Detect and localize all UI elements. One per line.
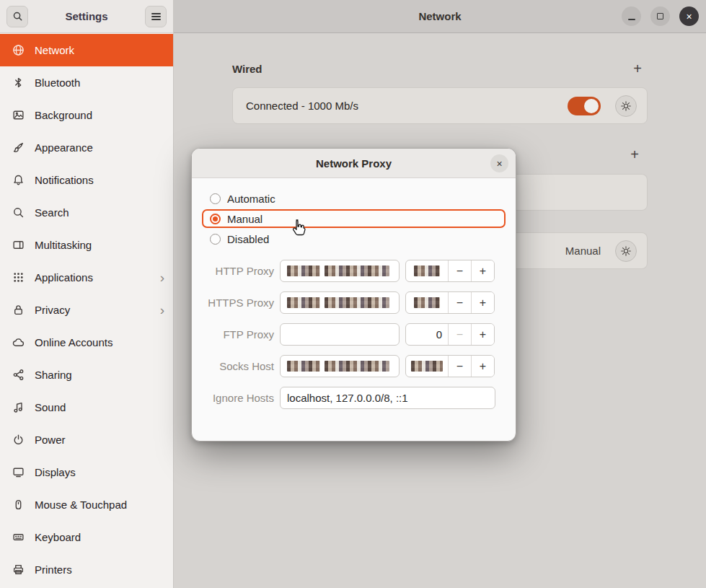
add-vpn-button[interactable]: + [625, 144, 645, 164]
ignore-hosts-input[interactable]: localhost, 127.0.0.0/8, ::1 [280, 387, 495, 409]
sidebar-item-appearance[interactable]: Appearance [0, 131, 173, 164]
plus-button[interactable]: + [471, 292, 494, 313]
display-icon [12, 466, 25, 478]
socks-host-row: Socks Host − + [202, 355, 506, 377]
wired-section-header: Wired + [232, 58, 648, 79]
add-wired-button[interactable]: + [627, 58, 648, 79]
sidebar-item-mouse-touchpad[interactable]: Mouse & Touchpad [0, 488, 173, 521]
main-header: Network × [174, 0, 706, 33]
sidebar-item-keyboard[interactable]: Keyboard [0, 521, 173, 553]
proxy-mode-label: Manual [565, 245, 601, 257]
wired-toggle[interactable] [568, 97, 601, 115]
wired-status-label: Connected - 1000 Mb/s [233, 100, 358, 112]
keyboard-icon [12, 531, 25, 543]
grid-icon [12, 271, 25, 284]
radio-icon [210, 193, 221, 204]
sidebar-item-displays[interactable]: Displays [0, 456, 173, 488]
socks-host-label: Socks Host [202, 360, 274, 372]
ignore-hosts-label: Ignore Hosts [202, 392, 274, 404]
window-controls: × [622, 6, 699, 26]
sidebar-item-bluetooth[interactable]: Bluetooth [0, 66, 173, 99]
socks-host-input[interactable] [280, 355, 400, 377]
dialog-header: Network Proxy × [192, 149, 516, 178]
toggle-knob [584, 99, 599, 113]
http-proxy-input[interactable] [280, 260, 400, 282]
sidebar-item-privacy[interactable]: Privacy › [0, 294, 173, 326]
sidebar-item-multitasking[interactable]: Multitasking [0, 229, 173, 261]
dialog-close-button[interactable]: × [490, 154, 508, 172]
minimize-button[interactable] [622, 6, 641, 26]
sidebar-item-online-accounts[interactable]: Online Accounts [0, 326, 173, 359]
app-title: Settings [65, 10, 107, 22]
plus-button[interactable]: + [471, 324, 494, 345]
window-close-button[interactable]: × [679, 6, 699, 26]
https-proxy-input[interactable] [280, 291, 400, 314]
menu-button[interactable] [145, 6, 167, 27]
power-icon [12, 434, 25, 446]
wired-connection-row[interactable]: Connected - 1000 Mb/s [232, 87, 648, 124]
sidebar-item-sound[interactable]: Sound [0, 391, 173, 424]
ignore-hosts-value: localhost, 127.0.0.0/8, ::1 [287, 392, 408, 404]
gear-icon [620, 100, 632, 112]
http-port-spinner: − + [405, 260, 495, 282]
maximize-icon [657, 13, 663, 19]
sidebar-item-applications[interactable]: Applications › [0, 261, 173, 294]
sidebar-item-printers[interactable]: Printers [0, 553, 173, 586]
mouse-icon [12, 499, 25, 511]
proxy-settings-button[interactable] [615, 240, 637, 262]
sidebar-item-label: Power [35, 434, 66, 446]
sidebar-item-label: Search [35, 206, 69, 219]
maximize-button[interactable] [650, 6, 670, 26]
https-proxy-row: HTTPS Proxy − + [202, 291, 506, 314]
proxy-mode-group: Automatic Manual Disabled [192, 178, 516, 251]
sidebar-item-label: Keyboard [35, 531, 81, 543]
globe-icon [12, 44, 25, 56]
ftp-proxy-input[interactable] [280, 323, 400, 346]
search-button[interactable] [6, 6, 28, 27]
chevron-right-icon: › [160, 303, 164, 317]
wired-settings-button[interactable] [615, 95, 637, 117]
radio-label: Manual [227, 213, 262, 225]
plus-button[interactable]: + [471, 260, 494, 281]
redacted-value [411, 361, 443, 372]
wired-section-title: Wired [232, 63, 262, 75]
minus-button[interactable]: − [448, 260, 471, 281]
radio-manual[interactable]: Manual [202, 209, 506, 228]
minus-button[interactable]: − [448, 356, 471, 377]
minus-button[interactable]: − [448, 292, 471, 313]
redacted-value [287, 297, 389, 308]
redacted-value [414, 266, 440, 276]
share-icon [12, 369, 25, 381]
https-port-spinner: − + [405, 291, 495, 314]
radio-label: Disabled [227, 233, 269, 245]
redacted-value [414, 297, 440, 308]
socks-port-spinner: − + [405, 355, 495, 377]
sidebar-item-power[interactable]: Power [0, 424, 173, 456]
sidebar-item-label: Printers [35, 563, 72, 576]
redacted-value [287, 266, 389, 276]
proxy-row-partial[interactable]: Manual [516, 232, 648, 269]
radio-disabled[interactable]: Disabled [202, 229, 506, 248]
minus-button[interactable]: − [448, 324, 471, 345]
vpn-row-partial[interactable] [516, 174, 648, 211]
http-proxy-row: HTTP Proxy − + [202, 260, 506, 282]
search-icon [12, 11, 23, 22]
gear-icon [620, 245, 632, 257]
sidebar-item-background[interactable]: Background [0, 99, 173, 131]
radio-automatic[interactable]: Automatic [202, 189, 506, 208]
sidebar-item-label: Displays [35, 466, 76, 478]
ftp-port-value[interactable]: 0 [406, 324, 448, 345]
http-port-value[interactable] [406, 260, 448, 281]
windows-icon [12, 239, 25, 251]
socks-port-value[interactable] [406, 356, 448, 377]
sidebar-header: Settings [0, 0, 173, 33]
https-port-value[interactable] [406, 292, 448, 313]
appearance-icon [12, 141, 25, 154]
sidebar-item-search[interactable]: Search [0, 196, 173, 229]
sidebar-item-sharing[interactable]: Sharing [0, 359, 173, 391]
plus-button[interactable]: + [471, 356, 494, 377]
dialog-title: Network Proxy [316, 157, 392, 170]
sidebar-item-label: Privacy [35, 304, 70, 316]
sidebar-item-notifications[interactable]: Notifications [0, 164, 173, 196]
sidebar-item-network[interactable]: Network [0, 34, 173, 66]
